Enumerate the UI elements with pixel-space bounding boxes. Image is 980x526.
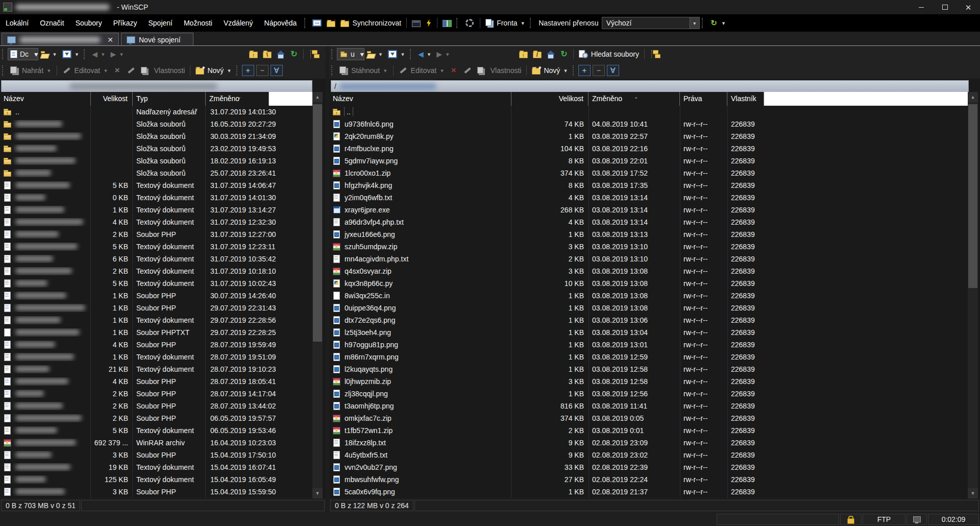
file-name-cell[interactable]: r4mfbuclxe.png xyxy=(329,145,511,153)
new-session-tab[interactable]: Nové spojení xyxy=(121,33,193,46)
menu-item[interactable]: Soubory xyxy=(70,19,108,27)
remote-home-directory-button[interactable] xyxy=(544,47,557,61)
table-row[interactable]: 5 KB Textový dokument 06.05.2019 19:53:4… xyxy=(0,424,312,437)
remote-refresh-button[interactable] xyxy=(557,47,571,61)
file-name-cell[interactable] xyxy=(0,414,91,422)
column-header-type[interactable]: Typ xyxy=(133,92,206,106)
table-row[interactable]: 4 KB Textový dokument 31.07.2019 12:32:3… xyxy=(0,216,312,228)
table-row[interactable]: lz5tj3oeh4.png 1 KB 03.08.2019 13:04 rw-… xyxy=(329,326,968,339)
file-name-cell[interactable]: u9736fnlc6.png xyxy=(329,120,511,128)
file-name-cell[interactable]: mn4acgivdm.php.txt xyxy=(329,255,511,263)
remote-duplicate-button[interactable] xyxy=(475,64,488,77)
file-name-cell[interactable]: lz5tj3oeh4.png xyxy=(329,328,511,337)
table-row[interactable]: 6 KB Textový dokument 31.07.2019 10:35:4… xyxy=(0,253,312,265)
file-name-cell[interactable] xyxy=(0,169,91,177)
file-name-cell[interactable] xyxy=(0,463,91,471)
table-row[interactable]: dtx72e2qs6.png 1 KB 03.08.2019 13:06 rw-… xyxy=(329,314,968,326)
open-console-button[interactable] xyxy=(409,16,423,30)
menu-item[interactable]: Spojení xyxy=(142,19,178,27)
file-name-cell[interactable]: l2kuqayqts.png xyxy=(329,365,511,373)
local-filter-button[interactable]: ▾ xyxy=(60,47,82,61)
remote-path-bar[interactable]: / xyxy=(331,80,969,92)
remote-forward-button[interactable]: ▶▾ xyxy=(434,47,452,61)
table-row[interactable]: .. xyxy=(329,106,968,118)
remote-edit-button[interactable]: Editovat ▾ xyxy=(396,64,447,77)
local-edit-button[interactable]: Editovat ▾ xyxy=(60,64,111,77)
session-tab[interactable]: ✕ xyxy=(2,33,119,46)
remote-select-button[interactable]: + xyxy=(578,65,591,76)
table-row[interactable]: 1 KB Soubor PHP 30.07.2019 14:26:40 xyxy=(0,290,312,302)
file-name-cell[interactable]: 0uippe36q4.png xyxy=(329,304,511,312)
table-row[interactable]: szuh5umdpw.zip 3 KB 03.08.2019 13:10 rw-… xyxy=(329,241,968,253)
file-name-cell[interactable] xyxy=(0,353,91,361)
table-row[interactable]: .. Nadřazený adresář 31.07.2019 14:01:30 xyxy=(0,106,312,118)
table-row[interactable]: l2kuqayqts.png 1 KB 03.08.2019 12:58 rw-… xyxy=(329,363,968,375)
remote-back-button[interactable]: ◀▾ xyxy=(415,47,434,61)
remote-scrollbar[interactable]: ▲ ▼ xyxy=(968,92,978,498)
column-header-name[interactable]: Název xyxy=(0,92,91,106)
local-delete-button[interactable]: × xyxy=(111,64,124,77)
table-row[interactable]: mn4acgivdm.php.txt 2 KB 03.08.2019 13:10… xyxy=(329,253,968,265)
file-name-cell[interactable]: t3aomhj6tp.png xyxy=(329,402,511,410)
menu-item[interactable]: Příkazy xyxy=(108,19,143,27)
file-name-cell[interactable] xyxy=(0,328,91,337)
reload-preset-button[interactable]: ▾ xyxy=(707,16,729,30)
encryption-cell[interactable] xyxy=(840,514,862,525)
file-name-cell[interactable]: a96dr3vfp4.php.txt xyxy=(329,218,511,226)
file-name-cell[interactable] xyxy=(0,341,91,349)
file-name-cell[interactable]: mbwsuhfwfw.png xyxy=(329,475,511,484)
file-name-cell[interactable]: 2qk20rum8k.py xyxy=(329,132,511,140)
remote-open-directory-button[interactable]: ▾ xyxy=(364,47,386,61)
download-button[interactable]: Stáhnout ▾ xyxy=(337,64,390,77)
local-new-button[interactable]: Nový ▾ xyxy=(193,64,234,77)
remote-invert-selection-button[interactable]: ∀ xyxy=(607,65,619,76)
local-back-button[interactable]: ◀▾ xyxy=(89,47,108,61)
file-name-cell[interactable] xyxy=(0,157,91,165)
upload-button[interactable]: Nahrát ▾ xyxy=(8,64,54,77)
table-row[interactable]: 5gdmv7iayw.png 8 KB 03.08.2019 22:01 rw-… xyxy=(329,155,968,167)
local-scrollbar[interactable]: ▲ ▼ xyxy=(312,92,323,498)
file-name-cell[interactable] xyxy=(0,267,91,275)
table-row[interactable]: 1 KB Soubor PHP 29.07.2019 22:31:43 xyxy=(0,302,312,314)
file-name-cell[interactable]: zlj38cqqjl.png xyxy=(329,390,511,398)
file-name-cell[interactable] xyxy=(0,279,91,288)
column-header-size[interactable]: Velikost xyxy=(511,92,589,106)
file-name-cell[interactable] xyxy=(0,292,91,300)
file-name-cell[interactable]: 5ca0x6v9fq.png xyxy=(329,488,511,496)
scrollbar-thumb[interactable] xyxy=(313,104,322,342)
remote-root-directory-button[interactable] xyxy=(530,47,544,61)
upload-sync-button[interactable] xyxy=(324,16,338,30)
column-header-rights[interactable]: Práva xyxy=(680,92,727,106)
file-name-cell[interactable]: 5gdmv7iayw.png xyxy=(329,157,511,165)
maximize-button[interactable] xyxy=(933,0,957,14)
connection-cell[interactable] xyxy=(906,514,927,525)
table-row[interactable]: 1lcro00xo1.zip 374 KB 03.08.2019 17:52 r… xyxy=(329,167,968,179)
scroll-down-icon[interactable]: ▼ xyxy=(968,488,978,498)
preferences-button[interactable] xyxy=(462,16,477,30)
remote-filter-button[interactable]: ▾ xyxy=(385,47,408,61)
file-name-cell[interactable] xyxy=(0,181,91,189)
remote-directory-select[interactable]: u ▾ xyxy=(337,48,364,60)
close-button[interactable]: ✕ xyxy=(957,0,980,14)
file-name-cell[interactable]: 18ifzxz8lp.txt xyxy=(329,439,511,447)
table-row[interactable]: 2 KB Soubor PHP 06.05.2019 19:57:57 xyxy=(0,412,312,424)
file-name-cell[interactable] xyxy=(0,255,91,263)
file-name-cell[interactable] xyxy=(0,451,91,459)
table-row[interactable]: l0jhwpzmib.zip 3 KB 03.08.2019 12:58 rw-… xyxy=(329,375,968,388)
file-name-cell[interactable] xyxy=(0,194,91,202)
file-name-cell[interactable] xyxy=(0,439,91,447)
table-row[interactable]: 692 379 ... WinRAR archiv 16.04.2019 10:… xyxy=(0,437,312,449)
menu-item[interactable]: Možnosti xyxy=(178,19,218,27)
remote-parent-directory-button[interactable] xyxy=(517,47,530,61)
panel-splitter[interactable] xyxy=(326,46,329,513)
table-row[interactable]: zlj38cqqjl.png 1 KB 03.08.2019 12:56 rw-… xyxy=(329,388,968,400)
table-row[interactable]: t1fb572wn1.zip 2 KB 03.08.2019 0:01 rw-r… xyxy=(329,424,968,437)
table-row[interactable]: 2qk20rum8k.py 1 KB 03.08.2019 22:57 rw-r… xyxy=(329,130,968,142)
file-name-cell[interactable] xyxy=(0,488,91,496)
file-name-cell[interactable]: 8wi3qx255c.in xyxy=(329,292,511,300)
table-row[interactable]: 5 KB Textový dokument 31.07.2019 12:23:1… xyxy=(0,241,312,253)
remote-new-button[interactable]: Nový ▾ xyxy=(529,64,570,77)
table-row[interactable]: Složka souborů 25.07.2018 23:26:41 xyxy=(0,167,312,179)
close-tab-icon[interactable]: ✕ xyxy=(104,36,113,44)
file-name-cell[interactable]: m86rn7xqrm.png xyxy=(329,353,511,361)
